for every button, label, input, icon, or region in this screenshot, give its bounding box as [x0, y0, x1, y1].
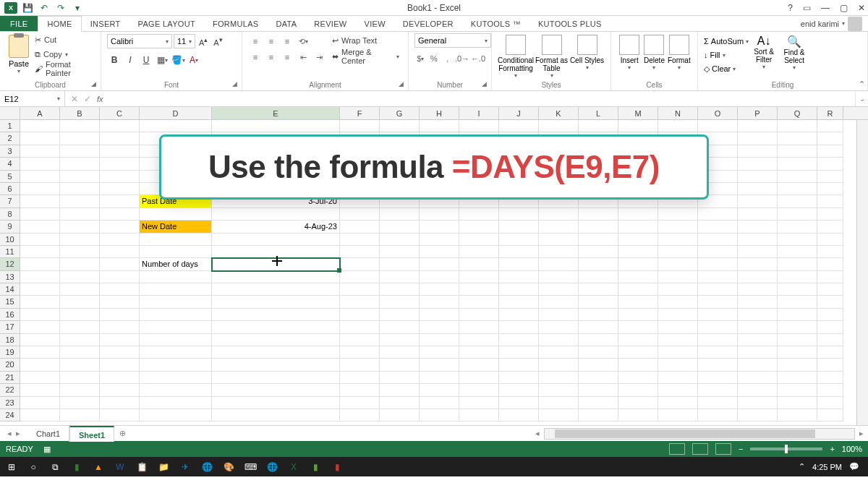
cell-F19[interactable]	[340, 346, 380, 359]
cell-A2[interactable]	[20, 132, 60, 145]
cell-Q15[interactable]	[778, 296, 817, 308]
cell-O19[interactable]	[698, 346, 738, 359]
row-header[interactable]: 8	[0, 208, 20, 221]
cell-L9[interactable]	[579, 221, 618, 233]
tab-file[interactable]: FILE	[0, 16, 38, 31]
cell-A16[interactable]	[20, 309, 60, 321]
cell-F15[interactable]	[340, 296, 380, 308]
currency-icon[interactable]: $▾	[414, 51, 427, 66]
cell-G9[interactable]	[380, 221, 420, 233]
taskbar-app[interactable]: W	[111, 459, 129, 475]
cell-P6[interactable]	[738, 183, 778, 195]
cell-Q8[interactable]	[778, 208, 817, 221]
cell-A5[interactable]	[20, 171, 60, 183]
cell-R16[interactable]	[817, 309, 843, 321]
col-header[interactable]: J	[499, 107, 539, 119]
cell-A1[interactable]	[20, 120, 60, 132]
cell-O23[interactable]	[698, 397, 738, 409]
cell-G19[interactable]	[380, 346, 420, 359]
cell-K23[interactable]	[539, 397, 579, 409]
cell-N16[interactable]	[658, 309, 698, 321]
cell-O16[interactable]	[698, 309, 738, 321]
tray-chevron-icon[interactable]: ⌃	[799, 462, 805, 471]
clipboard-launcher-icon[interactable]: ◢	[91, 80, 98, 87]
cell-H15[interactable]	[420, 296, 459, 308]
cell-D17[interactable]	[140, 321, 212, 333]
cell-H1[interactable]	[420, 120, 459, 132]
fill-color-button[interactable]: 🪣▾	[171, 53, 185, 67]
notifications-icon[interactable]: 💬	[849, 462, 859, 471]
enter-formula-icon[interactable]: ✓	[84, 94, 91, 104]
font-size-select[interactable]: 11▾	[174, 34, 195, 48]
cell-H23[interactable]	[420, 397, 459, 409]
cell-Q20[interactable]	[778, 359, 817, 371]
cell-H9[interactable]	[420, 221, 459, 233]
cell-Q11[interactable]	[778, 246, 817, 258]
row-header[interactable]: 21	[0, 372, 20, 384]
row-header[interactable]: 7	[0, 195, 20, 207]
bold-button[interactable]: B	[107, 53, 122, 67]
cell-P14[interactable]	[738, 283, 778, 296]
cell-D23[interactable]	[140, 397, 212, 409]
cell-A6[interactable]	[20, 183, 60, 195]
tab-page-layout[interactable]: PAGE LAYOUT	[129, 16, 204, 31]
cell-P13[interactable]	[738, 271, 778, 283]
cell-R9[interactable]	[817, 221, 843, 233]
cell-M17[interactable]	[618, 321, 658, 333]
cell-J12[interactable]	[499, 258, 539, 270]
cell-J17[interactable]	[499, 321, 539, 333]
cell-K8[interactable]	[539, 208, 579, 221]
cell-H12[interactable]	[420, 258, 459, 270]
cell-B4[interactable]	[60, 158, 100, 170]
cell-B15[interactable]	[60, 296, 100, 308]
cell-R13[interactable]	[817, 271, 843, 283]
cell-Q10[interactable]	[778, 234, 817, 246]
cell-N9[interactable]	[658, 221, 698, 233]
horizontal-scrollbar[interactable]	[544, 428, 855, 440]
cell-Q24[interactable]	[778, 409, 817, 421]
cell-R1[interactable]	[817, 120, 843, 132]
cell-F24[interactable]	[340, 409, 380, 421]
font-name-select[interactable]: Calibri▾	[107, 34, 172, 48]
cell-J22[interactable]	[499, 384, 539, 396]
cell-E8[interactable]	[212, 208, 340, 221]
view-page-break-icon[interactable]	[715, 443, 731, 455]
cell-C12[interactable]	[100, 258, 140, 270]
cell-G13[interactable]	[380, 271, 420, 283]
cell-J1[interactable]	[499, 120, 539, 132]
row-header[interactable]: 15	[0, 296, 20, 308]
fill-button[interactable]: ↓Fill▾	[704, 48, 749, 61]
cell-C2[interactable]	[100, 132, 140, 145]
cell-B20[interactable]	[60, 359, 100, 371]
cell-G11[interactable]	[380, 246, 420, 258]
macro-record-icon[interactable]: ▦	[43, 445, 51, 454]
cell-R12[interactable]	[817, 258, 843, 270]
cell-N15[interactable]	[658, 296, 698, 308]
col-header[interactable]: F	[340, 107, 380, 119]
cell-E20[interactable]	[212, 359, 340, 371]
view-page-layout-icon[interactable]	[692, 443, 708, 455]
cell-L23[interactable]	[579, 397, 618, 409]
task-view-icon[interactable]: ⧉	[46, 459, 64, 475]
cell-K24[interactable]	[539, 409, 579, 421]
taskbar-app[interactable]: ▮	[68, 459, 85, 475]
cell-Q1[interactable]	[778, 120, 817, 132]
tab-view[interactable]: VIEW	[356, 16, 394, 31]
cell-F8[interactable]	[340, 208, 380, 221]
cell-L14[interactable]	[579, 283, 618, 296]
cell-Q23[interactable]	[778, 397, 817, 409]
cell-C11[interactable]	[100, 246, 140, 258]
col-header[interactable]: A	[20, 107, 60, 119]
cell-L13[interactable]	[579, 271, 618, 283]
undo-icon[interactable]: ↶	[36, 1, 52, 15]
cell-F23[interactable]	[340, 397, 380, 409]
cell-G21[interactable]	[380, 372, 420, 384]
italic-button[interactable]: I	[123, 53, 137, 67]
number-format-select[interactable]: General▾	[414, 33, 491, 48]
cell-R24[interactable]	[817, 409, 843, 421]
cell-R14[interactable]	[817, 283, 843, 296]
tab-kutools[interactable]: KUTOOLS ™	[462, 16, 529, 31]
cell-M23[interactable]	[618, 397, 658, 409]
cell-H13[interactable]	[420, 271, 459, 283]
cell-K14[interactable]	[539, 283, 579, 296]
